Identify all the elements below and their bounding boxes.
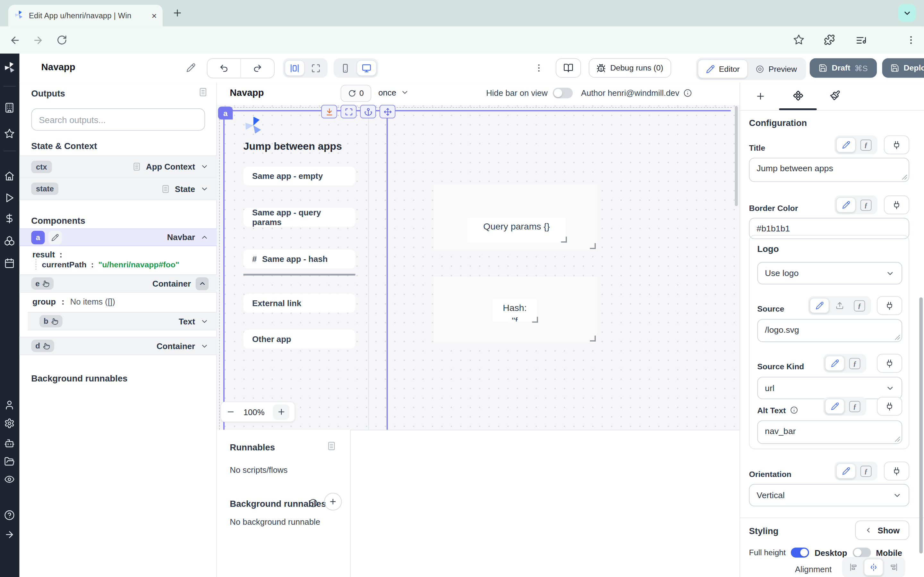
component-a-pencil-icon[interactable] [48, 230, 62, 244]
align-left-icon[interactable] [844, 559, 863, 576]
nav-item[interactable]: Same app - empty [244, 167, 355, 185]
static-pencil-icon[interactable] [825, 356, 845, 371]
component-a-row[interactable]: a Navbar [19, 229, 217, 246]
resources-boxes-icon[interactable] [4, 235, 15, 246]
favorites-star-icon[interactable] [4, 128, 15, 139]
desktop-toggle[interactable] [791, 548, 809, 558]
resize-corner-icon[interactable] [532, 317, 538, 322]
editor-tab[interactable]: Editor [698, 60, 748, 79]
app-canvas[interactable]: a Jump between apps Same app - empty Sam… [217, 105, 740, 430]
add-background-runnable-button[interactable] [324, 493, 342, 510]
debug-runs-button[interactable]: Debug runs (0) [589, 58, 671, 78]
expand-rail-arrow-icon[interactable] [4, 529, 15, 540]
resize-corner-icon[interactable] [561, 237, 567, 242]
centered-layout-icon[interactable] [284, 60, 304, 76]
ctx-doc-icon[interactable] [132, 162, 141, 171]
forward-icon[interactable] [32, 35, 44, 46]
rename-pencil-icon[interactable] [186, 63, 195, 73]
current-path-line[interactable]: currentPath : "u/henri/navapp#foo" [42, 260, 179, 269]
home-icon[interactable] [4, 171, 15, 181]
tab-close-icon[interactable]: × [152, 11, 157, 21]
ctx-row[interactable]: ctx App Context [19, 155, 217, 178]
audit-eye-icon[interactable] [4, 474, 15, 485]
fx-icon[interactable]: ƒ [856, 137, 876, 153]
fx-icon[interactable]: ƒ [856, 197, 876, 213]
runs-play-icon[interactable] [4, 193, 15, 203]
deploy-button[interactable]: Deploy [882, 58, 924, 78]
move-handle-icon[interactable] [380, 105, 396, 118]
orientation-select[interactable]: Vertical [749, 484, 909, 506]
styling-tab-icon[interactable] [830, 90, 840, 101]
component-d-row[interactable]: d Container [19, 337, 217, 355]
connect-plug-icon[interactable] [877, 354, 902, 373]
state-doc-icon[interactable] [161, 184, 170, 193]
chevron-up-icon[interactable] [200, 233, 208, 242]
hash-text[interactable]: Hash: "f [493, 299, 537, 322]
chevron-down-icon[interactable] [200, 342, 208, 350]
component-b-row[interactable]: b Text [27, 312, 217, 330]
resize-corner-icon[interactable] [590, 243, 596, 249]
align-center-icon[interactable] [864, 559, 884, 576]
draft-button[interactable]: Draft ⌘S [810, 58, 877, 78]
search-outputs-input[interactable] [31, 108, 205, 131]
workspace-building-icon[interactable] [4, 103, 15, 113]
mobile-toggle[interactable] [853, 548, 871, 558]
component-settings-tab-icon[interactable] [792, 90, 804, 101]
resize-corner-icon[interactable] [590, 335, 596, 342]
connect-plug-icon[interactable] [877, 397, 902, 416]
fx-icon[interactable]: ƒ [856, 464, 876, 479]
anchor-handle-icon[interactable] [360, 105, 376, 118]
toolbar-menu-icon[interactable] [534, 63, 544, 73]
chevron-up-icon[interactable] [196, 277, 208, 290]
reload-icon[interactable] [57, 35, 67, 45]
fx-icon[interactable]: ƒ [845, 356, 865, 371]
nav-item[interactable]: External link [244, 294, 355, 313]
canvas-scrollbar[interactable] [735, 106, 738, 206]
upload-icon[interactable] [830, 298, 849, 313]
static-pencil-icon[interactable] [836, 464, 856, 479]
browser-tab[interactable]: Edit App u/henri/navapp | Win × [8, 5, 163, 27]
connect-plug-icon[interactable] [884, 135, 909, 154]
preview-tab[interactable]: Preview [748, 60, 804, 77]
fx-icon[interactable]: ƒ [850, 298, 869, 313]
runnables-doc-icon[interactable] [326, 441, 336, 451]
styling-show-button[interactable]: Show [855, 521, 909, 540]
title-field-input[interactable]: Jump between apps [749, 158, 909, 182]
folders-icon[interactable] [4, 456, 15, 467]
source-kind-select[interactable]: url [757, 377, 902, 400]
new-tab-button[interactable] [172, 8, 183, 18]
static-pencil-icon[interactable] [810, 298, 829, 313]
help-icon[interactable] [4, 510, 15, 521]
fx-icon[interactable]: ƒ [845, 398, 865, 414]
refresh-mode-select[interactable]: once [378, 88, 409, 97]
zoom-out-icon[interactable] [226, 408, 235, 416]
alt-text-input[interactable]: nav_bar [757, 420, 902, 444]
desktop-view-icon[interactable] [357, 60, 376, 76]
expand-down-handle-icon[interactable] [321, 105, 337, 118]
nav-item[interactable]: Same app - query params [244, 208, 355, 227]
nav-item-active[interactable]: # Same app - hash [244, 250, 355, 269]
connect-plug-icon[interactable] [884, 195, 909, 214]
state-row[interactable]: state State [19, 178, 217, 200]
page-scrollbar[interactable] [919, 298, 923, 554]
windmill-logo-icon[interactable] [3, 61, 16, 76]
mobile-view-icon[interactable] [335, 60, 355, 76]
info-icon[interactable] [309, 499, 318, 508]
undo-button[interactable] [208, 59, 241, 78]
nav-item[interactable]: Other app [244, 330, 355, 349]
users-icon[interactable] [4, 400, 15, 410]
bookmark-star-icon[interactable] [793, 34, 804, 45]
connect-plug-icon[interactable] [877, 296, 902, 315]
playlist-icon[interactable] [856, 35, 867, 46]
extensions-icon[interactable] [824, 34, 835, 45]
align-right-icon[interactable] [884, 559, 903, 576]
full-width-icon[interactable] [306, 60, 326, 76]
insert-component-tab-icon[interactable] [756, 91, 766, 101]
outputs-doc-icon[interactable] [198, 87, 208, 97]
hide-bar-toggle[interactable] [553, 88, 573, 98]
docs-book-button[interactable] [556, 58, 581, 78]
info-icon[interactable] [683, 89, 692, 97]
info-icon[interactable] [790, 406, 798, 414]
use-logo-select[interactable]: Use logo [757, 262, 902, 284]
settings-gear-icon[interactable] [4, 418, 15, 429]
